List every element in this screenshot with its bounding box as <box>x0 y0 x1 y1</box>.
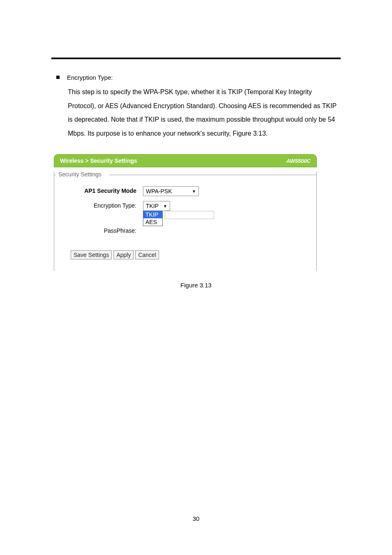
security-mode-value: WPA-PSK <box>146 188 172 194</box>
body-paragraph: This step is to specify the WPA-PSK type… <box>68 85 341 140</box>
passphrase-input[interactable] <box>165 211 214 219</box>
chevron-down-icon: ▼ <box>192 189 196 194</box>
encryption-type-label: Encryption Type: <box>68 201 143 209</box>
square-bullet-icon <box>56 76 60 79</box>
bullet-heading: Encryption Type: <box>67 74 113 81</box>
button-row: Save Settings Apply Cancel <box>71 250 302 259</box>
device-model-label: AW5500C <box>286 158 311 164</box>
encryption-option-tkip[interactable]: TKIP <box>143 211 162 218</box>
figure-caption: Figure 3.13 <box>51 282 341 289</box>
encryption-option-aes[interactable]: AES <box>143 218 162 226</box>
breadcrumb-title: Wireless > Security Settings <box>60 157 137 164</box>
encryption-type-value: TKIP <box>146 203 159 209</box>
save-settings-button[interactable]: Save Settings <box>71 250 112 259</box>
page-number: 30 <box>0 515 392 522</box>
encryption-type-select[interactable]: TKIP ▼ <box>143 201 170 211</box>
security-settings-panel: Security Settings AP1 Security Mode WPA-… <box>54 171 317 271</box>
bullet-line: Encryption Type: <box>56 74 341 81</box>
top-rule <box>51 58 341 59</box>
fieldset-legend: Security Settings <box>57 171 103 178</box>
embedded-ui-screenshot: Wireless > Security Settings AW5500C Sec… <box>54 154 317 271</box>
encryption-type-dropdown: TKIP AES <box>143 210 163 226</box>
breadcrumb-header: Wireless > Security Settings AW5500C <box>54 154 317 167</box>
apply-button[interactable]: Apply <box>113 250 134 259</box>
security-mode-select[interactable]: WPA-PSK ▼ <box>143 186 199 196</box>
security-mode-label: AP1 Security Mode <box>68 186 143 194</box>
chevron-down-icon: ▼ <box>163 204 167 208</box>
passphrase-label: PassPhrase: <box>68 226 143 234</box>
cancel-button[interactable]: Cancel <box>135 250 159 259</box>
